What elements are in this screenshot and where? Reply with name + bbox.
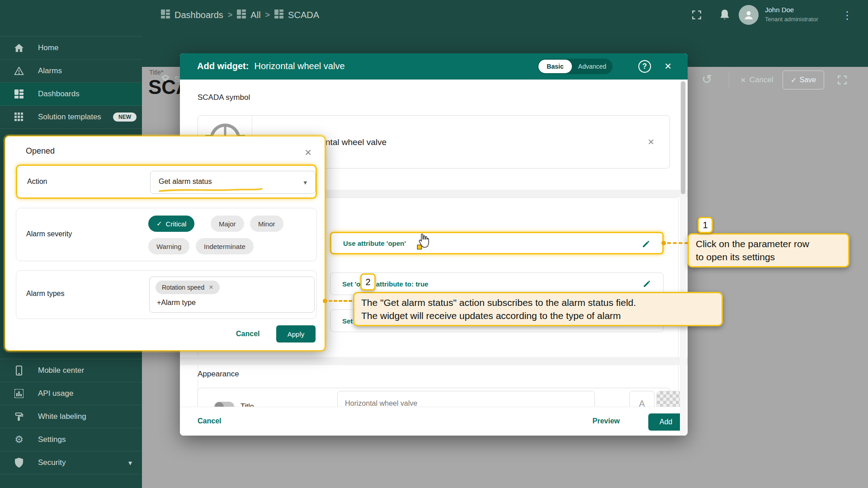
version-history-icon[interactable]: ↺ [702,72,712,87]
toolbar-cancel-label: Cancel [750,75,774,84]
avatar[interactable] [739,5,759,25]
opened-action-dialog: Opened × Action Get alarm status ▾ Alarm… [5,136,326,351]
alarm-type-placeholder: +Alarm type [157,299,196,307]
chip-label: Warning [156,243,181,250]
toolbar-divider-2 [729,71,729,89]
add-button[interactable]: Add [648,413,684,431]
settings-gear-icon: ⚙ [0,434,38,446]
sidebar-item-dashboards[interactable]: Dashboards [0,83,142,106]
sidebar-item-label: White labeling [38,412,86,421]
action-value: Get alarm status [159,178,212,186]
states-icon [161,74,170,85]
connector-dash-2 [329,300,352,302]
breadcrumb-scada[interactable]: SCADA [288,10,319,20]
step-1-badge: 1 [698,217,713,233]
select-caret-icon: ▾ [303,178,307,187]
shield-icon [0,458,38,468]
breadcrumb-all[interactable]: All [250,10,260,20]
modal-footer: Cancel Preview Add [180,407,688,436]
smartphone-icon [0,366,38,375]
modal-widget-name: Horizontal wheel valve [254,61,344,71]
dialog-title: Opened [26,146,55,156]
step-2-badge: 2 [360,273,376,291]
sidebar-item-security[interactable]: Security ▾ [0,451,142,474]
toggle-basic[interactable]: Basic [538,60,572,73]
sidebar-item-label: Dashboards [38,89,80,99]
home-icon [0,43,38,52]
toggle-advanced[interactable]: Advanced [573,59,612,74]
dialog-close-icon[interactable]: × [305,145,311,160]
alarm-types-group: Alarm types Rotation speed × +Alarm type [16,270,317,319]
highlight-underline [158,188,264,193]
appearance-section-label: Appearance [198,370,239,379]
warning-triangle-icon [0,66,38,75]
param-row-use-attribute-open[interactable]: Use attribute 'open' [330,232,664,254]
cancel-x-icon: × [741,75,746,85]
sidebar-item-alarms[interactable]: Alarms [0,60,142,83]
section-divider-band-2 [180,357,688,365]
alarm-type-chip[interactable]: Rotation speed × [156,281,220,294]
action-field-group: Action Get alarm status ▾ [16,164,317,199]
sidebar-item-settings[interactable]: ⚙ Settings [0,428,142,451]
sidebar-item-solution-templates[interactable]: Solution templates NEW [0,106,142,129]
sidebar-item-mobile-center[interactable]: Mobile center [0,359,142,382]
dashboards-icon [0,89,38,99]
notifications-bell-icon[interactable] [719,9,731,23]
modal-title: Add widget: Horizontal wheel valve [197,61,345,71]
save-button[interactable]: ✓ Save [783,70,824,89]
action-label: Action [27,178,47,186]
modal-cancel-button[interactable]: Cancel [198,417,221,425]
chevron-down-icon: ▾ [128,459,132,467]
app-header: Dashboards > All > SCADA John Doe Tenant… [0,0,868,30]
modal-close-icon[interactable]: × [665,60,671,72]
preview-button[interactable]: Preview [593,417,620,425]
edit-pencil-icon[interactable] [642,279,651,290]
edit-pencil-icon[interactable] [642,239,651,250]
dialog-cancel-button[interactable]: Cancel [236,330,259,338]
check-icon: ✓ [156,220,162,228]
modal-scrollbar-thumb[interactable] [681,81,685,194]
severity-chip-minor[interactable]: Minor [250,216,283,232]
connector-dash-1 [667,242,688,244]
alarm-severity-group: Alarm severity ✓ Critical Major Minor Wa… [16,208,317,261]
tooltip-line: Click on the parameter row [696,237,841,250]
save-check-icon: ✓ [791,76,797,84]
dashboards-grid-icon [161,9,170,21]
tooltip-line: The widget will receive updates accordin… [361,309,715,322]
fullscreen-icon[interactable] [691,9,703,23]
breadcrumb: Dashboards > All > SCADA [161,0,319,30]
severity-chip-warning[interactable]: Warning [148,238,189,254]
breadcrumb-separator-2: > [265,10,270,20]
alarm-types-label: Alarm types [26,290,64,298]
param-row-label: Set 'open' attribute to: true [342,280,428,288]
basic-advanced-toggle[interactable]: Basic Advanced [538,59,613,74]
tooltip-step-2: The "Get alarm status" action subscribes… [353,292,723,326]
alarm-severity-label: Alarm severity [26,230,72,238]
user-role: Tenant administrator [765,16,818,23]
kebab-menu-icon[interactable]: ⋮ [842,9,853,22]
help-icon[interactable]: ? [638,60,651,73]
save-label: Save [799,76,816,84]
alarm-types-input[interactable]: Rotation speed × +Alarm type [149,277,315,313]
dashboard-group-icon [237,9,246,21]
chip-label: Major [219,220,236,228]
apply-button[interactable]: Apply [276,325,316,343]
sidebar-item-home[interactable]: Home [0,37,142,60]
sidebar-item-label: Alarms [38,66,62,75]
sidebar-item-white-labeling[interactable]: White labeling [0,405,142,428]
sidebar-item-label: Settings [38,435,66,444]
action-select[interactable]: Get alarm status ▾ [150,171,316,194]
sidebar-item-api-usage[interactable]: API usage [0,382,142,405]
severity-chip-critical[interactable]: ✓ Critical [148,216,194,232]
remove-chip-icon[interactable]: × [209,283,213,291]
connector-dot-1 [661,241,666,245]
user-name: John Doe [765,6,794,14]
toolbar-fullscreen-icon[interactable] [836,74,848,88]
toolbar-cancel-button[interactable]: × Cancel [741,70,774,90]
remove-symbol-icon[interactable]: × [648,136,654,148]
severity-chip-major[interactable]: Major [211,216,244,232]
breadcrumb-dashboards[interactable]: Dashboards [175,10,223,20]
modal-header: Add widget: Horizontal wheel valve Basic… [180,53,688,80]
severity-chip-indeterminate[interactable]: Indeterminate [196,238,254,254]
breadcrumb-separator: > [228,10,233,20]
